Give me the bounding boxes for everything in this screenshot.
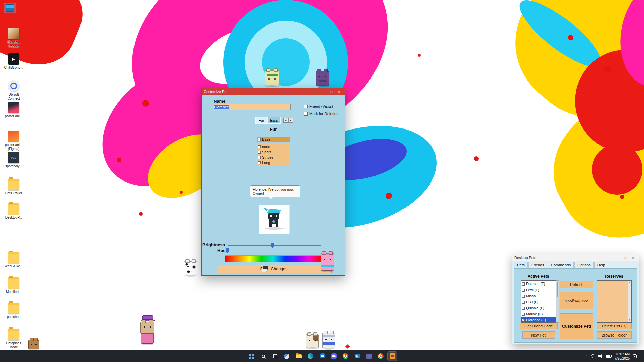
tab-scroll-left-button[interactable]: ◄	[283, 118, 288, 123]
fur-option-checkbox[interactable]	[258, 145, 261, 148]
pet-checkbox[interactable]	[522, 313, 525, 316]
refresh-button[interactable]: Refresh	[560, 281, 593, 288]
fur-option-spots[interactable]: Spots	[257, 149, 290, 155]
close-icon[interactable]: ×	[335, 89, 343, 95]
tab-pets[interactable]: Pets	[514, 262, 528, 268]
desktop-icon-popicbop[interactable]: popicbop	[3, 303, 25, 319]
scrollbar-thumb[interactable]	[557, 282, 558, 297]
desktop-pet-dalmatian[interactable]	[184, 261, 197, 275]
arrow-down-icon[interactable]: ▼	[628, 319, 631, 322]
pet-list-item-mauve[interactable]: Mauve (F)	[521, 311, 556, 317]
desktop-icon-psd[interactable]: spotandly...	[3, 152, 25, 168]
chrome-button[interactable]	[341, 352, 350, 361]
tab-fur[interactable]: Fur	[255, 117, 267, 124]
desktop-icon-datapines[interactable]: Datapines Mode	[3, 329, 25, 349]
notification-icon[interactable]	[633, 354, 637, 358]
desktop-icon-desktopp[interactable]: DesktopP...	[3, 203, 25, 220]
pet-name-input[interactable]: Florence	[213, 104, 291, 110]
close-icon[interactable]: ×	[629, 255, 637, 261]
file-explorer-button[interactable]	[294, 352, 303, 361]
browse-folder-button[interactable]: Browse Folder	[597, 331, 632, 339]
fur-option-checkbox[interactable]	[258, 151, 261, 154]
fur-option-long[interactable]: Long	[257, 160, 290, 165]
brightness-slider-track[interactable]	[228, 245, 321, 246]
swap-button[interactable]: <<<Swap>>>	[560, 292, 593, 309]
edge-button[interactable]	[306, 352, 315, 361]
fur-option-checkbox[interactable]	[258, 161, 261, 164]
tray-chevron-up-icon[interactable]: ^	[586, 354, 587, 358]
pet-list-item-florence[interactable]: ✓Florence (F)	[521, 317, 556, 323]
pets-list-scrollbar[interactable]	[556, 280, 559, 323]
task-view-button[interactable]	[270, 352, 280, 361]
tab-commands[interactable]: Commands	[548, 262, 574, 268]
desktop-pets-taskbar-button[interactable]	[388, 352, 397, 361]
minimize-icon[interactable]: –	[321, 89, 328, 95]
desktop-icon-webglre[interactable]: WebGLRe...	[3, 252, 25, 268]
save-changes-button[interactable]: Save Changes!	[217, 265, 332, 273]
maximize-icon[interactable]: □	[622, 255, 629, 261]
brightness-slider-thumb[interactable]	[271, 243, 274, 248]
desktop-pets-shortcut-selected[interactable]	[4, 3, 16, 13]
desktop-icon-genshin[interactable]: Genshin Impact	[3, 28, 25, 48]
desktop-icon-chillstrong[interactable]: ChillStrong...	[3, 53, 25, 70]
show-desktop-button[interactable]	[641, 353, 642, 360]
hue-slider-thumb[interactable]	[226, 248, 229, 253]
delete-pet-button[interactable]: Delete Pet (D)	[597, 323, 632, 329]
pets-window-titlebar[interactable]: Desktop Pets – □ ×	[512, 254, 639, 261]
pet-list-item-pbj[interactable]: PBJ (F)	[521, 299, 556, 305]
pet-checkbox[interactable]	[522, 301, 525, 304]
chrome-profile-button[interactable]	[376, 352, 385, 361]
desktop-pet-white-cat[interactable]	[322, 333, 335, 348]
wifi-icon[interactable]	[590, 354, 595, 358]
desktop-icon-ubisoft[interactable]: Ubisoft Connect	[3, 80, 25, 100]
fur-option-base[interactable]: ✓ Base	[257, 137, 290, 142]
pet-checkbox[interactable]	[522, 295, 525, 298]
friend-visits-checkbox-row[interactable]: ✓ Friend (Visits)	[304, 104, 333, 108]
new-pet-button[interactable]: New Pet!	[522, 331, 555, 339]
battery-icon[interactable]	[606, 355, 612, 358]
search-button[interactable]	[259, 352, 268, 361]
pet-list-item-misha[interactable]: Misha	[521, 293, 556, 299]
minimize-icon[interactable]: –	[614, 255, 622, 261]
desktop-pet-hamster[interactable]	[28, 340, 39, 349]
pet-checkbox[interactable]	[522, 282, 525, 286]
start-button[interactable]	[247, 352, 256, 361]
fur-option-checkbox[interactable]: ✓	[258, 138, 261, 141]
tab-ears[interactable]: Ears	[267, 117, 281, 124]
mark-deletion-checkbox[interactable]	[304, 112, 308, 116]
customize-dialog-titlebar[interactable]: Customize Pet – □ ×	[202, 88, 345, 95]
discord-button[interactable]	[329, 352, 338, 361]
mark-deletion-checkbox-row[interactable]: Mark for Deletion	[304, 112, 339, 116]
reserves-scrollbar[interactable]: ▲ ▼	[628, 281, 631, 322]
desktop-pet-pink-cat[interactable]	[321, 253, 334, 271]
hue-gradient-bar[interactable]	[225, 255, 321, 262]
get-friend-code-button[interactable]: Get Friend Code	[520, 323, 558, 329]
pet-checkbox[interactable]: ✓	[522, 319, 525, 322]
tab-options[interactable]: Options	[574, 262, 594, 268]
desktop-icon-poster1[interactable]: poster ani...	[3, 102, 25, 118]
fur-option-none[interactable]: none	[257, 144, 290, 149]
arrow-up-icon[interactable]: ▲	[628, 281, 631, 285]
pet-list-item-lexii[interactable]: Lexii (F)	[521, 287, 556, 293]
store-button[interactable]	[317, 352, 327, 361]
pet-checkbox[interactable]	[522, 289, 525, 292]
pet-list-item-dalmien[interactable]: Dalmien (F)	[521, 281, 556, 287]
friend-visits-checkbox[interactable]: ✓	[304, 105, 308, 108]
desktop-icon-modified[interactable]: Modified...	[3, 277, 25, 294]
maximize-icon[interactable]: □	[328, 89, 335, 95]
pet-checkbox[interactable]	[522, 307, 525, 310]
tab-scroll-right-button[interactable]: ►	[288, 118, 293, 123]
desktop-pet-purple-cat[interactable]	[316, 71, 329, 86]
volume-icon[interactable]	[598, 354, 603, 358]
desktop-icon-pets-trailer[interactable]: Pets Trailer	[3, 179, 25, 195]
desktop-pet-dog[interactable]	[306, 334, 319, 348]
desktop-icon-poster2[interactable]: poster ani... (Figma)	[3, 131, 25, 151]
tab-friends[interactable]: Friends	[528, 262, 547, 268]
customize-pet-button[interactable]: Customize Pet!	[560, 313, 593, 339]
outlook-button[interactable]	[353, 352, 362, 361]
teams-button[interactable]	[364, 352, 374, 361]
pet-list-item-quibble[interactable]: Quibble (F)	[521, 305, 556, 311]
mini-pet-on-button[interactable]	[261, 265, 268, 273]
widgets-button[interactable]	[282, 352, 291, 361]
desktop-pet-lime-cat[interactable]	[265, 70, 279, 86]
